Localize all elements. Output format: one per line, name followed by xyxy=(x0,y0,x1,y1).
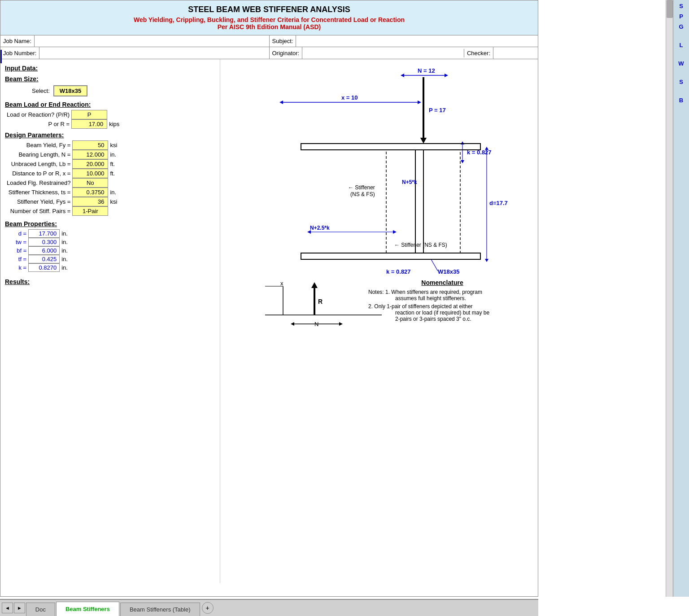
fys-unit: ksi xyxy=(108,197,117,206)
checker-label: Checker: xyxy=(464,49,493,57)
stiff-pairs-field[interactable]: 1-Pair xyxy=(72,206,108,216)
side-nav-s2[interactable]: S xyxy=(674,79,688,85)
side-nav-p[interactable]: P xyxy=(674,13,688,20)
note2: 2. Only 1-pair of stiffeners depicted at… xyxy=(368,303,516,310)
fy-unit: ksi xyxy=(108,140,117,150)
svg-rect-13 xyxy=(301,253,480,259)
ts-label: Stiffener Thickness, ts = xyxy=(5,188,72,197)
k-label: k = xyxy=(14,263,28,272)
left-panel: Input Data: Beam Size: Select: W18x35 Be… xyxy=(0,59,220,583)
originator-field[interactable] xyxy=(302,47,464,59)
svg-rect-11 xyxy=(301,144,480,150)
side-nav-b[interactable]: B xyxy=(674,97,688,104)
svg-marker-27 xyxy=(291,322,294,326)
header: STEEL BEAM WEB STIFFENER ANALYSIS Web Yi… xyxy=(0,0,538,35)
restrained-field[interactable]: No xyxy=(72,178,108,188)
beam-props-header: Beam Properties: xyxy=(5,220,215,227)
p-r-field[interactable]: 17.00 xyxy=(71,119,107,129)
fys-field[interactable]: 36 xyxy=(72,197,108,206)
beam-load-header: Beam Load or End Reaction: xyxy=(5,101,215,108)
side-nav-w[interactable]: W xyxy=(674,60,688,67)
stiff-pairs-label: Number of Stiff. Pairs = xyxy=(5,206,72,216)
ts-field[interactable]: 0.3750 xyxy=(72,188,108,197)
note2b: reaction or load (if required) but may b… xyxy=(368,310,516,316)
fys-label: Stiffener Yield, Fys = xyxy=(5,197,72,206)
tab-nav-next[interactable]: ► xyxy=(14,603,25,613)
side-nav-s1[interactable]: S xyxy=(674,3,688,9)
tab-beam-stiffeners[interactable]: Beam Stiffeners xyxy=(56,602,119,616)
tab-bar: ◄ ► Doc Beam Stiffeners Beam Stiffeners … xyxy=(0,599,538,616)
stiffener-bottom-label: ← Stiffener (NS & FS) xyxy=(394,242,447,248)
N-label: N = 12 xyxy=(418,67,435,74)
job-name-field[interactable] xyxy=(34,35,269,47)
d-field: 17.700 xyxy=(28,229,60,238)
tw-unit: in. xyxy=(60,238,68,246)
beam-props-table: d = 17.700 in. tw = 0.300 in. bf = 6.000… xyxy=(14,229,68,272)
job-number-label: Job Number: xyxy=(0,49,39,57)
x-dim-label: x = 10 xyxy=(341,94,358,101)
N-5k-label: N+5*k xyxy=(402,179,417,185)
Lb-field[interactable]: 20.000 xyxy=(72,159,108,169)
x-label: Distance to P or R, x = xyxy=(5,169,72,178)
svg-marker-2 xyxy=(445,74,448,77)
p-r-unit: kips xyxy=(107,119,119,129)
tab-nav-prev[interactable]: ◄ xyxy=(2,603,13,613)
beam-select-field[interactable]: W18x35 xyxy=(53,85,87,96)
vertical-scrollbar[interactable] xyxy=(666,0,673,597)
svg-marker-19 xyxy=(485,147,488,150)
d-unit: in. xyxy=(60,229,68,238)
P-label: P = 17 xyxy=(429,107,446,114)
d-label: d=17.7 xyxy=(489,200,508,206)
x-field[interactable]: 10.000 xyxy=(72,169,108,178)
Lb-unit: ft. xyxy=(108,159,117,169)
k-bottom-label: k = 0.827 xyxy=(386,268,411,275)
svg-rect-12 xyxy=(415,150,423,253)
svg-marker-20 xyxy=(485,259,488,262)
checker-field[interactable] xyxy=(493,47,538,59)
job-info-area: Job Name: Job Number: Subject: Originato… xyxy=(0,35,538,59)
svg-marker-28 xyxy=(339,322,343,326)
Lb-label: Unbraced Length, Lb = xyxy=(5,159,72,169)
tw-label: tw = xyxy=(14,238,28,246)
nomenclature-box: Nomenclature Notes: 1. When stiffeners a… xyxy=(368,279,516,322)
side-nav-g[interactable]: G xyxy=(674,23,688,30)
job-number-field[interactable] xyxy=(39,47,269,59)
p-r-label: P or R = xyxy=(5,119,71,129)
svg-marker-10 xyxy=(461,160,464,163)
bf-field: 6.000 xyxy=(28,246,60,255)
originator-label: Originator: xyxy=(270,49,302,57)
N-field[interactable]: 12.000 xyxy=(72,150,108,159)
stiffener-label2: (NS & FS) xyxy=(350,191,375,197)
R-label: R xyxy=(318,298,323,305)
svg-marker-7 xyxy=(420,138,427,144)
subject-field[interactable] xyxy=(296,35,538,47)
beam-size-row: Select: W18x35 xyxy=(32,85,215,96)
design-params-table: Beam Yield, Fy = 50 ksi Bearing Length, … xyxy=(5,140,117,216)
subject-row: Subject: xyxy=(270,35,538,47)
fy-field[interactable]: 50 xyxy=(72,140,108,150)
note1b: assumes full height stiffeners. xyxy=(368,295,516,301)
subtitle-line2: Per AISC 9th Edition Manual (ASD) xyxy=(2,23,536,31)
x-bottom-label: x xyxy=(280,280,283,287)
x-unit: ft. xyxy=(108,169,117,178)
svg-line-21 xyxy=(431,259,438,271)
fy-label: Beam Yield, Fy = xyxy=(5,140,72,150)
note1: Notes: 1. When stiffeners are required, … xyxy=(368,289,516,295)
tw-field: 0.300 xyxy=(28,238,60,246)
svg-marker-17 xyxy=(393,230,397,234)
load-reaction-field[interactable]: P xyxy=(71,110,107,119)
bf-unit: in. xyxy=(60,246,68,255)
svg-marker-5 xyxy=(418,100,421,104)
job-number-row: Job Number: xyxy=(0,47,269,59)
job-name-label: Job Name: xyxy=(0,37,34,45)
side-nav: S P G L W S B xyxy=(673,0,689,597)
tab-beam-stiffeners-table[interactable]: Beam Stiffeners (Table) xyxy=(120,603,200,616)
side-nav-l[interactable]: L xyxy=(674,42,688,48)
W18x35-label: W18x35 xyxy=(438,268,459,275)
N-label: Bearing Length, N = xyxy=(5,150,72,159)
design-params-header: Design Parameters: xyxy=(5,131,215,139)
tab-doc[interactable]: Doc xyxy=(26,603,55,616)
tf-unit: in. xyxy=(60,255,68,263)
originator-checker-row: Originator: Checker: xyxy=(270,47,538,59)
tab-add-button[interactable]: + xyxy=(202,602,214,614)
